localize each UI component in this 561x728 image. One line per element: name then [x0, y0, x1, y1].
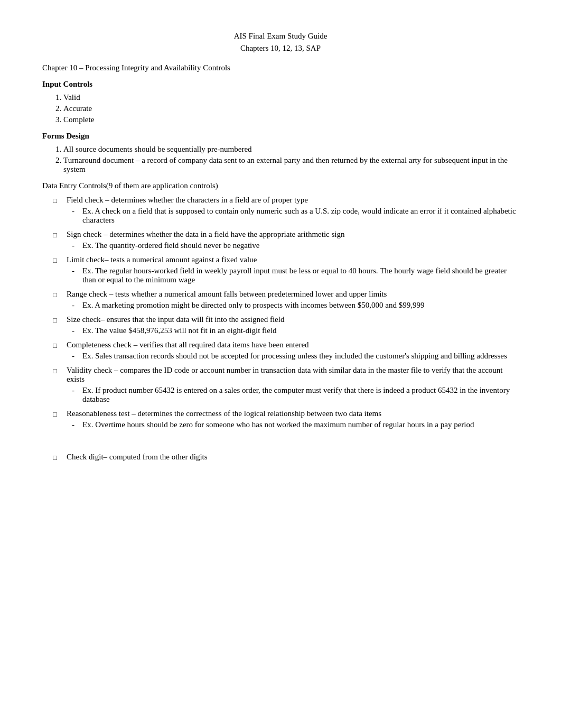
sub-text: Ex. The value $458,976,253 will not fit …: [82, 326, 519, 335]
list-item: Valid: [63, 93, 519, 102]
sub-list-item: - Ex. The regular hours-worked field in …: [72, 266, 519, 284]
sub-list-item: - Ex. A marketing promotion might be dir…: [72, 301, 519, 310]
bullet-icon: □: [53, 453, 61, 462]
check-digit-list: □ Check digit– computed from the other d…: [53, 453, 519, 462]
sub-text: Ex. The regular hours-worked field in we…: [82, 266, 519, 284]
list-item: □ Range check – tests whether a numerica…: [53, 290, 519, 312]
bullet-main-text: Validity check – compares the ID code or…: [67, 366, 503, 383]
dash-icon: -: [72, 420, 78, 429]
dash-icon: -: [72, 301, 78, 310]
list-item: □ Size check– ensures that the input dat…: [53, 315, 519, 337]
page-container: AIS Final Exam Study Guide Chapters 10, …: [42, 32, 519, 462]
bullet-icon: □: [53, 255, 61, 265]
bullet-main-text: Sign check – determines whether the data…: [67, 230, 344, 238]
section-input-controls: Input Controls Valid Accurate Complete: [42, 80, 519, 124]
bullet-icon: □: [53, 340, 61, 350]
list-item: □ Validity check – compares the ID code …: [53, 366, 519, 406]
bullet-main-text: Range check – tests whether a numerical …: [67, 290, 387, 298]
list-item: Complete: [63, 115, 519, 124]
list-item: □ Reasonableness test – determines the c…: [53, 409, 519, 431]
sub-list-item: - Ex. Sales transaction records should n…: [72, 352, 519, 361]
sub-list: - Ex. Sales transaction records should n…: [72, 352, 519, 361]
bullet-main-text: Completeness check – verifies that all r…: [67, 340, 309, 349]
subtitle: Chapters 10, 12, 13, SAP: [42, 44, 519, 53]
bullet-main-text: Limit check– tests a numerical amount ag…: [67, 255, 257, 264]
bullet-icon: □: [53, 230, 61, 239]
dash-icon: -: [72, 207, 78, 216]
dash-icon: -: [72, 241, 78, 250]
sub-list: - Ex. Overtime hours should be zero for …: [72, 420, 519, 429]
sub-list: - Ex. The quantity-ordered field should …: [72, 241, 519, 250]
list-item: Accurate: [63, 104, 519, 113]
list-item: □ Field check – determines whether the c…: [53, 196, 519, 227]
list-item: All source documents should be sequentia…: [63, 145, 519, 154]
bullet-main-text: Field check – determines whether the cha…: [67, 196, 308, 204]
sub-text: Ex. Sales transaction records should not…: [82, 352, 519, 361]
sub-list: - Ex. A marketing promotion might be dir…: [72, 301, 519, 310]
sub-text: Ex. Overtime hours should be zero for so…: [82, 420, 519, 429]
sub-text: Ex. The quantity-ordered field should ne…: [82, 241, 519, 250]
bullet-icon: □: [53, 290, 61, 299]
dash-icon: -: [72, 326, 78, 335]
main-title: AIS Final Exam Study Guide: [42, 32, 519, 41]
dash-icon: -: [72, 386, 78, 395]
sub-list-item: - Ex. If product number 65432 is entered…: [72, 386, 519, 404]
forms-design-heading: Forms Design: [42, 132, 519, 141]
bullet-main-text: Size check– ensures that the input data …: [67, 315, 284, 324]
sub-list-item: - Ex. A check on a field that is suppose…: [72, 207, 519, 225]
forms-design-list: All source documents should be sequentia…: [63, 145, 519, 174]
sub-list-item: - Ex. The value $458,976,253 will not fi…: [72, 326, 519, 335]
bullet-icon: □: [53, 366, 61, 375]
sub-list: - Ex. A check on a field that is suppose…: [72, 207, 519, 225]
sub-list-item: - Ex. The quantity-ordered field should …: [72, 241, 519, 250]
bullet-icon: □: [53, 409, 61, 419]
section-forms-design: Forms Design All source documents should…: [42, 132, 519, 174]
sub-text: Ex. If product number 65432 is entered o…: [82, 386, 519, 404]
list-item: □ Limit check– tests a numerical amount …: [53, 255, 519, 287]
bullet-icon: □: [53, 196, 61, 205]
chapter-heading: Chapter 10 – Processing Integrity and Av…: [42, 63, 519, 72]
list-item: □ Sign check – determines whether the da…: [53, 230, 519, 252]
sub-list: - Ex. The value $458,976,253 will not fi…: [72, 326, 519, 335]
list-item: □ Check digit– computed from the other d…: [53, 453, 519, 462]
list-item: Turnaround document – a record of compan…: [63, 156, 519, 174]
spacer: [42, 437, 519, 453]
bullet-main-text: Check digit– computed from the other dig…: [67, 453, 208, 461]
list-item: □ Completeness check – verifies that all…: [53, 340, 519, 363]
input-controls-list: Valid Accurate Complete: [63, 93, 519, 124]
sub-list: - Ex. If product number 65432 is entered…: [72, 386, 519, 404]
section-data-entry-controls: Data Entry Controls(9 of them are applic…: [42, 181, 519, 462]
sub-list-item: - Ex. Overtime hours should be zero for …: [72, 420, 519, 429]
dash-icon: -: [72, 352, 78, 361]
data-entry-list: □ Field check – determines whether the c…: [53, 196, 519, 431]
dash-icon: -: [72, 266, 78, 275]
input-controls-heading: Input Controls: [42, 80, 519, 89]
sub-text: Ex. A check on a field that is supposed …: [82, 207, 519, 225]
sub-list: - Ex. The regular hours-worked field in …: [72, 266, 519, 284]
data-entry-heading: Data Entry Controls(9 of them are applic…: [42, 181, 519, 190]
bullet-main-text: Reasonableness test – determines the cor…: [67, 409, 381, 418]
sub-text: Ex. A marketing promotion might be direc…: [82, 301, 519, 310]
bullet-icon: □: [53, 315, 61, 325]
